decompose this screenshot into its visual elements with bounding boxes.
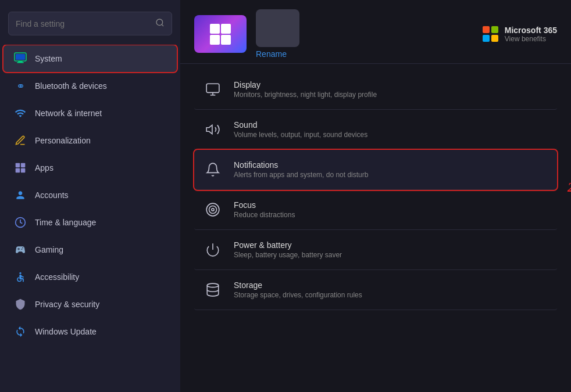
sidebar-item-gaming[interactable]: Gaming [3, 236, 177, 263]
ms365-text: Microsoft 365 View benefits [505, 26, 557, 43]
settings-list: Display Monitors, brightness, night ligh… [180, 64, 571, 392]
windows-logo-box [194, 15, 247, 53]
sound-desc: Volume levels, output, input, sound devi… [234, 131, 367, 139]
search-icon [155, 18, 165, 29]
svg-rect-13 [221, 24, 231, 34]
focus-title: Focus [234, 200, 295, 210]
sound-title: Sound [234, 120, 367, 130]
svg-rect-5 [17, 62, 24, 63]
network-icon [14, 107, 27, 120]
svg-rect-4 [18, 61, 23, 62]
setting-storage[interactable]: Storage Storage space, drives, configura… [194, 270, 557, 310]
power-desc: Sleep, battery usage, battery saver [234, 251, 342, 259]
notifications-icon [202, 159, 223, 180]
svg-point-22 [212, 208, 214, 211]
notifications-desc: Alerts from apps and system, do not dist… [234, 171, 368, 179]
privacy-icon [14, 298, 27, 311]
power-text: Power & battery Sleep, battery usage, ba… [234, 240, 342, 259]
sidebar-item-accessibility[interactable]: Accessibility [3, 264, 177, 290]
ms365-title: Microsoft 365 [505, 26, 557, 35]
sidebar-item-time[interactable]: Time & language [3, 209, 177, 236]
storage-title: Storage [234, 280, 362, 290]
storage-desc: Storage space, drives, configuration rul… [234, 291, 362, 299]
svg-point-11 [19, 272, 21, 274]
sidebar-item-label-privacy: Privacy & security [35, 300, 99, 309]
ms365-section[interactable]: Microsoft 365 View benefits [483, 26, 557, 43]
sound-icon [202, 119, 223, 140]
sidebar-item-label-time: Time & language [35, 218, 96, 227]
sidebar-item-bluetooth[interactable]: ⚭ Bluetooth & devices [3, 73, 177, 99]
user-info-block: Rename [256, 9, 299, 59]
sidebar-item-label-bluetooth: Bluetooth & devices [35, 81, 107, 91]
sidebar-item-label-apps: Apps [35, 163, 53, 172]
sound-text: Sound Volume levels, output, input, soun… [234, 120, 367, 139]
sidebar-item-label-gaming: Gaming [35, 245, 63, 254]
sidebar-item-network[interactable]: Network & internet [3, 100, 177, 127]
search-input[interactable] [16, 19, 149, 28]
accessibility-icon [14, 271, 27, 283]
sidebar-item-privacy[interactable]: Privacy & security [3, 291, 177, 318]
time-icon [14, 216, 27, 229]
ms365-logo-r2 [491, 26, 498, 33]
search-box[interactable] [8, 12, 172, 35]
notifications-title: Notifications [234, 160, 368, 170]
user-section: Rename [194, 9, 299, 59]
sidebar-item-system[interactable]: System 1 [3, 45, 177, 72]
setting-display[interactable]: Display Monitors, brightness, night ligh… [194, 70, 557, 110]
nav-menu: System 1 ⚭ Bluetooth & devices Network &… [0, 45, 180, 392]
accounts-icon [14, 189, 27, 202]
top-header: Rename Microsoft 365 View benefits [180, 0, 571, 64]
svg-point-24 [207, 283, 219, 287]
display-title: Display [234, 80, 377, 89]
focus-text: Focus Reduce distractions [234, 200, 295, 219]
setting-focus[interactable]: Focus Reduce distractions [194, 190, 557, 230]
power-title: Power & battery [234, 240, 342, 250]
user-avatar [256, 9, 299, 47]
svg-rect-16 [206, 84, 219, 92]
sidebar: System 1 ⚭ Bluetooth & devices Network &… [0, 0, 180, 392]
setting-power[interactable]: Power & battery Sleep, battery usage, ba… [194, 230, 557, 270]
apps-icon [14, 161, 27, 174]
main-content: Rename Microsoft 365 View benefits [180, 0, 571, 392]
ms365-logo-r3 [483, 35, 490, 42]
gaming-icon [14, 243, 27, 256]
svg-rect-6 [16, 163, 20, 168]
personalization-icon [14, 134, 27, 147]
annotation-2: 2 [568, 179, 571, 195]
svg-rect-14 [210, 35, 220, 45]
rename-button[interactable]: Rename [256, 49, 299, 59]
windows-update-icon [14, 325, 27, 338]
sidebar-item-label-windows-update: Windows Update [35, 327, 97, 336]
display-desc: Monitors, brightness, night light, displ… [234, 91, 377, 99]
power-icon [202, 239, 223, 260]
display-text: Display Monitors, brightness, night ligh… [234, 80, 377, 99]
sidebar-item-label-system: System [35, 54, 62, 63]
system-icon [14, 52, 27, 65]
svg-point-0 [156, 19, 163, 26]
svg-line-1 [162, 24, 163, 26]
sidebar-item-label-personalization: Personalization [35, 136, 91, 145]
sidebar-item-label-accounts: Accounts [35, 190, 69, 200]
sidebar-item-label-network: Network & internet [35, 109, 102, 118]
svg-rect-15 [221, 35, 231, 45]
focus-desc: Reduce distractions [234, 211, 295, 219]
svg-rect-12 [210, 24, 220, 34]
sidebar-item-apps[interactable]: Apps [3, 154, 177, 181]
sidebar-item-accounts[interactable]: Accounts [3, 182, 177, 208]
ms365-subtitle: View benefits [505, 35, 557, 43]
storage-text: Storage Storage space, drives, configura… [234, 280, 362, 299]
sidebar-item-windows-update[interactable]: Windows Update [3, 318, 177, 345]
bluetooth-icon: ⚭ [14, 80, 27, 92]
ms365-logo-r1 [483, 26, 490, 33]
svg-marker-19 [206, 125, 212, 134]
svg-rect-3 [16, 54, 25, 60]
storage-icon [202, 279, 223, 300]
notifications-text: Notifications Alerts from apps and syste… [234, 160, 368, 179]
svg-point-21 [209, 206, 217, 214]
setting-sound[interactable]: Sound Volume levels, output, input, soun… [194, 110, 557, 150]
ms365-logo-r4 [491, 35, 498, 42]
setting-notifications[interactable]: Notifications Alerts from apps and syste… [194, 150, 557, 190]
sidebar-item-personalization[interactable]: Personalization [3, 127, 177, 154]
svg-point-20 [206, 203, 219, 216]
svg-rect-9 [21, 168, 26, 173]
